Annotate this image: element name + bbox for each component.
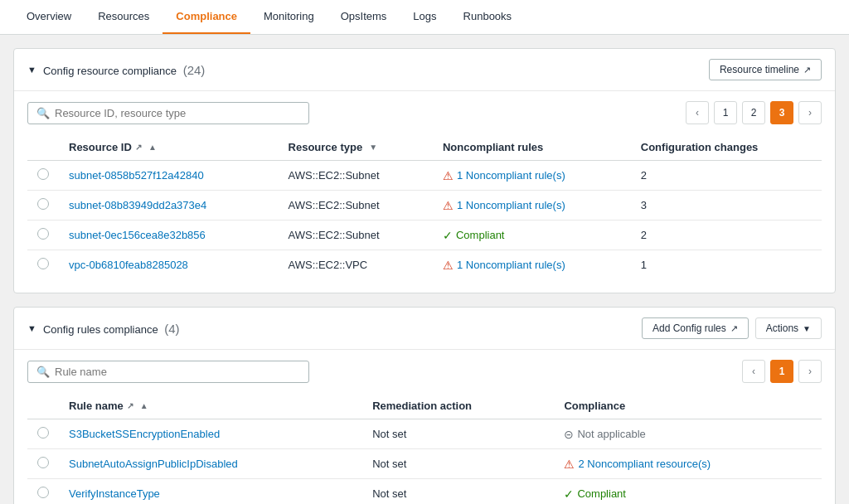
- config-changes-cell: 3: [631, 191, 822, 220]
- rule-row-selector-2[interactable]: [27, 479, 59, 505]
- row-selector-0[interactable]: [27, 161, 59, 191]
- rules-prev-page[interactable]: ‹: [742, 360, 765, 383]
- nav-item-logs[interactable]: Logs: [400, 0, 449, 34]
- remediation-action-cell: Not set: [362, 419, 554, 449]
- rule-row-selector-1[interactable]: [27, 449, 59, 479]
- compliance-cell: ✓ Compliant: [554, 479, 822, 505]
- resource-timeline-button[interactable]: Resource timeline ↗: [709, 59, 822, 80]
- noncompliant-compliance-link[interactable]: 2 Noncompliant resource(s): [578, 458, 711, 470]
- resource-page-1[interactable]: 1: [714, 101, 737, 124]
- add-config-rules-label: Add Config rules: [653, 322, 726, 334]
- noncompliant-status: ⚠ 1 Noncompliant rule(s): [443, 199, 621, 212]
- top-navigation: Overview Resources Compliance Monitoring…: [0, 0, 849, 35]
- error-icon: ⚠: [443, 259, 454, 272]
- collapse-rules-icon[interactable]: ▼: [27, 323, 36, 333]
- resource-page-2[interactable]: 2: [742, 101, 765, 124]
- resource-timeline-label: Resource timeline: [720, 64, 799, 75]
- rules-next-page[interactable]: ›: [798, 360, 822, 383]
- rules-search-input[interactable]: [55, 366, 300, 378]
- resource-id-link[interactable]: subnet-0858b527f12a42840: [69, 169, 204, 182]
- row-selector-2[interactable]: [27, 220, 59, 250]
- rule-name-sort-icon[interactable]: ▲: [140, 401, 148, 410]
- resource-id-cell: subnet-0ec156cea8e32b856: [59, 220, 279, 250]
- rules-title-text: Config rules compliance: [43, 323, 158, 336]
- noncompliant-link[interactable]: 1 Noncompliant rule(s): [457, 169, 565, 182]
- remediation-action-cell: Not set: [362, 449, 554, 479]
- resource-count-badge: (24): [183, 63, 206, 77]
- rules-compliance-panel: ▼ Config rules compliance (4) Add Config…: [13, 307, 836, 504]
- ok-icon: ✓: [443, 229, 453, 242]
- rule-name-cell: SubnetAutoAssignPublicIpDisabled: [59, 449, 362, 479]
- resource-search-box[interactable]: 🔍: [27, 102, 309, 124]
- rules-search-box[interactable]: 🔍: [27, 361, 309, 383]
- error-icon: ⚠: [564, 458, 575, 471]
- add-config-rules-button[interactable]: Add Config rules ↗: [642, 317, 749, 339]
- noncompliant-compliance: ⚠ 2 Noncompliant resource(s): [564, 458, 812, 471]
- rules-compliance-header: ▼ Config rules compliance (4) Add Config…: [14, 308, 835, 350]
- resource-table-row: subnet-0ec156cea8e32b856 AWS::EC2::Subne…: [27, 220, 822, 250]
- collapse-resource-icon[interactable]: ▼: [27, 65, 36, 75]
- rules-table-container: Rule name ↗ ▲ Remediation action Complia…: [14, 383, 835, 504]
- resource-pagination: ‹ 1 2 3 ›: [686, 101, 822, 124]
- nav-item-runbooks[interactable]: Runbooks: [450, 0, 526, 34]
- noncompliant-rules-header: Noncompliant rules: [433, 134, 631, 161]
- rule-name-link[interactable]: SubnetAutoAssignPublicIpDisabled: [69, 458, 238, 470]
- error-icon: ⚠: [443, 169, 454, 182]
- resource-title-text: Config resource compliance: [43, 65, 177, 77]
- rule-name-link[interactable]: S3BucketSSEncryptionEnabled: [69, 428, 220, 440]
- compliance-cell: ⊝ Not applicable: [554, 419, 822, 449]
- noncompliant-status: ⚠ 1 Noncompliant rule(s): [443, 259, 621, 272]
- rules-page-1[interactable]: 1: [770, 360, 793, 383]
- resource-table: Resource ID ↗ ▲ Resource type ▼: [27, 134, 822, 279]
- resource-table-row: vpc-0b6810feab8285028 AWS::EC2::VPC ⚠ 1 …: [27, 250, 822, 280]
- nav-item-monitoring[interactable]: Monitoring: [250, 0, 327, 34]
- config-changes-cell: 1: [631, 250, 822, 280]
- ext-link-icon: ↗: [135, 143, 142, 152]
- nav-item-opsitems[interactable]: OpsItems: [327, 0, 400, 34]
- noncompliant-link[interactable]: 1 Noncompliant rule(s): [457, 199, 565, 211]
- resource-type-header: Resource type ▼: [279, 134, 433, 161]
- noncompliant-rules-cell: ✓ Compliant: [433, 220, 631, 250]
- compliance-cell: ⚠ 2 Noncompliant resource(s): [554, 449, 822, 479]
- resource-id-link[interactable]: vpc-0b6810feab8285028: [69, 259, 188, 271]
- resource-type-sort-icon[interactable]: ▼: [369, 143, 377, 152]
- resource-next-page[interactable]: ›: [798, 101, 822, 124]
- row-selector-3[interactable]: [27, 250, 59, 280]
- rule-name-cell: VerifyInstanceType: [59, 479, 362, 505]
- rule-name-link[interactable]: VerifyInstanceType: [69, 487, 160, 500]
- rules-table: Rule name ↗ ▲ Remediation action Complia…: [27, 393, 822, 504]
- rules-pagination: ‹ 1 ›: [742, 360, 822, 383]
- noncompliant-rules-cell: ⚠ 1 Noncompliant rule(s): [433, 191, 631, 220]
- resource-timeline-actions: Resource timeline ↗: [709, 59, 822, 80]
- resource-id-cell: vpc-0b6810feab8285028: [59, 250, 279, 280]
- resource-id-cell: subnet-08b83949dd2a373e4: [59, 191, 279, 220]
- resource-id-sort-icon[interactable]: ▲: [148, 143, 157, 152]
- row-selector-1[interactable]: [27, 191, 59, 220]
- rule-name-ext-icon: ↗: [127, 401, 133, 410]
- resource-type-cell: AWS::EC2::Subnet: [279, 161, 433, 191]
- na-icon: ⊝: [564, 428, 574, 441]
- rules-table-row: S3BucketSSEncryptionEnabled Not set ⊝ No…: [27, 419, 822, 449]
- config-changes-cell: 2: [631, 161, 822, 191]
- noncompliant-link[interactable]: 1 Noncompliant rule(s): [457, 259, 565, 271]
- resource-page-3[interactable]: 3: [770, 101, 793, 124]
- rule-row-selector-0[interactable]: [27, 419, 59, 449]
- add-config-ext-link-icon: ↗: [730, 323, 738, 334]
- resource-type-cell: AWS::EC2::Subnet: [279, 220, 433, 250]
- resource-id-link[interactable]: subnet-08b83949dd2a373e4: [69, 199, 206, 211]
- rule-name-cell: S3BucketSSEncryptionEnabled: [59, 419, 362, 449]
- nav-item-compliance[interactable]: Compliance: [163, 0, 250, 34]
- resource-type-cell: AWS::EC2::Subnet: [279, 191, 433, 220]
- nav-item-resources[interactable]: Resources: [85, 0, 163, 34]
- resource-table-container: Resource ID ↗ ▲ Resource type ▼: [14, 124, 835, 293]
- resource-prev-page[interactable]: ‹: [686, 101, 709, 124]
- nav-item-overview[interactable]: Overview: [13, 0, 85, 34]
- actions-button[interactable]: Actions ▼: [755, 317, 822, 339]
- resource-id-link[interactable]: subnet-0ec156cea8e32b856: [69, 229, 206, 241]
- rules-count-badge: (4): [164, 322, 179, 336]
- resource-search-input[interactable]: [55, 107, 300, 119]
- rule-name-header: Rule name ↗ ▲: [59, 393, 362, 419]
- compliance-header: Compliance: [554, 393, 822, 419]
- resource-selector-header: [27, 134, 59, 161]
- ok-icon: ✓: [564, 487, 574, 501]
